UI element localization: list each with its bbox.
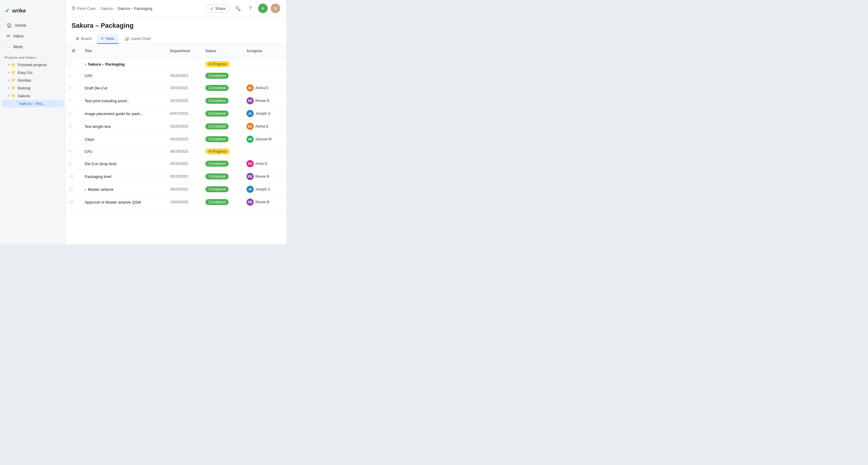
tab-board-label: Board <box>81 36 92 41</box>
tab-gantt-label: Gantt Chart <box>131 36 151 41</box>
breadcrumb-sakura[interactable]: Sakura <box>100 6 113 11</box>
row-title-cell[interactable]: ▾ Sakura – Packaging <box>81 58 166 70</box>
status-badge: In Progress <box>206 149 229 154</box>
breadcrumb-sakura-packaging[interactable]: Sakura – Packaging <box>118 6 152 11</box>
sidebar: ✓ wrike 🏠 Home ✉ Inbox ··· More Projects… <box>0 0 66 244</box>
tab-board[interactable]: ⊞ Board <box>71 34 96 44</box>
table-row[interactable]: 5Image placement guide for pack...04/07/… <box>66 107 286 120</box>
avatar-initials: U <box>274 6 277 10</box>
row-title-cell[interactable]: Approval of Master artwork QSM <box>81 196 166 209</box>
breadcrumb: ☰ Floor Care › Sakura › Sakura – Packagi… <box>71 6 152 11</box>
sidebar-item-home[interactable]: 🏠 Home <box>2 20 63 30</box>
table-row[interactable]: 3Draft Die-Cut03/15/2023CompletedAEAlish… <box>66 82 286 94</box>
assignee-name: Renee B. <box>255 99 270 103</box>
sidebar-item-finished-projects[interactable]: ▾ 📁 Finished projects <box>2 61 63 68</box>
row-assignee-cell: SMSamuel M. <box>243 133 286 146</box>
row-title-cell[interactable]: Die-Cut (drop test) <box>81 157 166 170</box>
page-title: Sakura – Packaging <box>71 22 280 30</box>
table-row[interactable]: 10Packaging brief05/20/2023CompletedRBRe… <box>66 170 286 183</box>
col-status: Status <box>202 44 243 58</box>
row-department: 08/19/2023 <box>166 146 202 157</box>
sidebar-item-gordias[interactable]: ▾ 📁 Gordias <box>2 76 63 84</box>
row-assignee-cell <box>243 58 286 70</box>
assignee-name: Joseph S. <box>255 187 271 191</box>
row-title-cell[interactable]: CP0 <box>81 70 166 82</box>
sidebar-item-easygo[interactable]: ▾ 📁 Easy Go <box>2 69 63 76</box>
table-container: ⚙ Title Department Status Assignee 1▾ Sa… <box>66 44 286 244</box>
sidebar-item-sakura[interactable]: ▾ 📁 Sakura <box>2 92 63 99</box>
add-button[interactable]: + <box>258 4 268 13</box>
main-content: ☰ Floor Care › Sakura › Sakura – Packagi… <box>66 0 286 244</box>
row-title-cell[interactable]: CP1 <box>81 146 166 157</box>
share-button[interactable]: ⤢ Share <box>206 4 230 13</box>
assignee-avatar: SM <box>247 135 254 143</box>
row-department: 03/15/2023 <box>166 82 202 94</box>
status-badge: Completed <box>206 98 228 104</box>
app-logo: ✓ wrike <box>0 5 65 20</box>
expand-icon[interactable]: ▾ <box>85 63 87 66</box>
table-row[interactable]: 8CP108/19/2023In Progress <box>66 146 286 157</box>
tab-gantt[interactable]: 📊 Gantt Chart <box>120 34 155 44</box>
table-row[interactable]: 11▾ Master artwork09/23/2023CompletedJSJ… <box>66 183 286 196</box>
sidebar-item-inbox[interactable]: ✉ Inbox <box>2 31 63 41</box>
row-department <box>166 58 202 70</box>
menu-icon[interactable]: ☰ <box>71 6 75 11</box>
table-row[interactable]: 4Test print including proof...03/18/2023… <box>66 94 286 107</box>
table-row[interactable]: 1▾ Sakura – PackagingIn Progress <box>66 58 286 70</box>
assignee-name: Renee B. <box>255 200 270 204</box>
assignee-info: RBRenee B. <box>247 173 283 180</box>
table-row[interactable]: 2CP005/20/2023Completed <box>66 70 286 82</box>
row-department: 03/18/2023 <box>166 94 202 107</box>
row-number: 9 <box>66 157 81 170</box>
expand-icon[interactable]: ▾ <box>85 188 87 191</box>
status-badge: Completed <box>206 73 228 79</box>
row-title-cell[interactable]: Clays <box>81 133 166 146</box>
search-button[interactable]: 🔍 <box>233 4 243 13</box>
col-department: Department <box>166 44 202 58</box>
table-row[interactable]: 12Approval of Master artwork QSM10/06/20… <box>66 196 286 209</box>
row-title-cell[interactable]: Packaging brief <box>81 170 166 183</box>
help-button[interactable]: ? <box>246 4 255 13</box>
search-icon: 🔍 <box>235 6 241 11</box>
logo-check-icon: ✓ <box>5 7 10 14</box>
assignee-avatar: RB <box>247 97 254 104</box>
home-icon: 🏠 <box>6 23 12 28</box>
breadcrumb-floor-care[interactable]: Floor Care <box>77 6 95 11</box>
table-row[interactable]: 7Clays03/22/2023CompletedSMSamuel M. <box>66 133 286 146</box>
sidebar-item-sakura-packaging[interactable]: 📄 Sakura – Pac... <box>2 100 63 107</box>
row-title: Packaging brief <box>85 175 112 179</box>
row-status-cell: Completed <box>202 170 243 183</box>
status-badge: Completed <box>206 174 228 180</box>
row-number: 12 <box>66 196 81 209</box>
row-status-cell: Completed <box>202 82 243 94</box>
row-title-cell[interactable]: Draft Die-Cut <box>81 82 166 94</box>
doc-icon: 📄 <box>12 101 17 106</box>
tab-table-label: Table <box>105 36 115 41</box>
row-department: 09/23/2023 <box>166 183 202 196</box>
row-status-cell: Completed <box>202 157 243 170</box>
row-status-cell: Completed <box>202 94 243 107</box>
row-title-cell[interactable]: Test print including proof... <box>81 94 166 107</box>
row-number: 4 <box>66 94 81 107</box>
table-row[interactable]: 6Text length test03/25/2023CompletedAEAl… <box>66 120 286 133</box>
inbox-icon: ✉ <box>6 33 10 39</box>
row-title-cell[interactable]: Image placement guide for pack... <box>81 107 166 120</box>
tab-table[interactable]: ≡ Table <box>97 34 119 44</box>
row-number: 3 <box>66 82 81 94</box>
user-avatar[interactable]: U <box>271 4 280 13</box>
row-title-cell[interactable]: Text length test <box>81 120 166 133</box>
status-badge: Completed <box>206 123 228 129</box>
status-badge: Completed <box>206 136 228 142</box>
view-tabs: ⊞ Board ≡ Table 📊 Gantt Chart <box>66 34 286 44</box>
sidebar-item-more[interactable]: ··· More <box>2 42 63 52</box>
table-tab-icon: ≡ <box>101 36 103 41</box>
row-status-cell: Completed <box>202 196 243 209</box>
breadcrumb-sep-2: › <box>115 6 116 11</box>
table-row[interactable]: 9Die-Cut (drop test)04/20/2023CompletedA… <box>66 157 286 170</box>
row-title-cell[interactable]: ▾ Master artwork <box>81 183 166 196</box>
table-settings-icon[interactable]: ⚙ <box>69 47 78 55</box>
assignee-avatar: AE <box>247 123 254 130</box>
tree-item-sakura-label: Sakura <box>18 94 30 98</box>
row-title: Draft Die-Cut <box>85 86 107 90</box>
sidebar-item-mulong[interactable]: ▾ 📁 Mulong <box>2 84 63 92</box>
